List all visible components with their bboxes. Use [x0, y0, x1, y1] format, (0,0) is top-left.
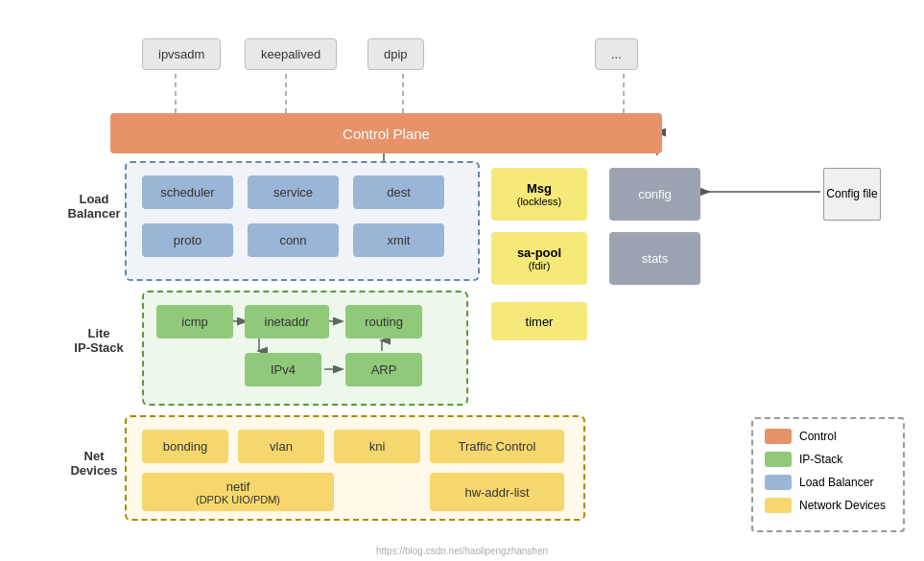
box-conn: conn: [248, 223, 339, 257]
box-routing: routing: [345, 305, 422, 339]
legend-item-netdev: Network Devices: [765, 498, 891, 513]
box-icmp: icmp: [156, 305, 233, 339]
box-msg: Msg (lockless): [491, 168, 587, 221]
box-timer: timer: [491, 302, 587, 340]
box-inetaddr: inetaddr: [245, 305, 329, 339]
box-config: config: [609, 168, 700, 221]
tool-dpip: dpip: [367, 38, 424, 70]
watermark: https://blog.csdn.net/haolipengzhanshen: [376, 546, 548, 556]
legend-color-netdev: [765, 498, 792, 513]
box-sa-pool: sa-pool (fdir): [491, 232, 587, 285]
box-kni: kni: [334, 430, 420, 463]
legend: Control IP-Stack Load Balancer Network D…: [751, 417, 905, 532]
box-hw-addr-list: hw-addr-list: [430, 473, 564, 511]
tool-ellipsis: ...: [595, 38, 638, 70]
load-balancer-label: LoadBalancer: [65, 192, 123, 221]
ip-stack-label: LiteIP-Stack: [65, 326, 132, 355]
box-dest: dest: [353, 175, 444, 209]
diagram: ipvsadm keepalived dpip ... Control Plan…: [0, 0, 924, 561]
legend-color-control: [765, 429, 792, 444]
box-proto: proto: [142, 223, 233, 257]
config-file: Config file: [818, 163, 888, 221]
legend-color-lb: [765, 475, 792, 490]
box-stats: stats: [609, 232, 700, 285]
legend-color-ipstack: [765, 452, 792, 467]
box-ipv4: IPv4: [245, 353, 321, 386]
box-netif: netif (DPDK UIO/PDM): [142, 473, 334, 511]
box-vlan: vlan: [238, 430, 324, 463]
legend-item-ipstack: IP-Stack: [765, 452, 891, 467]
tool-ipvsadm: ipvsadm: [142, 38, 221, 70]
legend-item-control: Control: [765, 429, 891, 444]
box-scheduler: scheduler: [142, 175, 233, 209]
box-xmit: xmit: [353, 223, 444, 257]
box-bonding: bonding: [142, 430, 228, 463]
tool-keepalived: keepalived: [245, 38, 337, 70]
legend-item-lb: Load Balancer: [765, 475, 891, 490]
box-traffic-control: Traffic Control: [430, 430, 564, 463]
box-service: service: [248, 175, 339, 209]
net-devices-label: NetDevices: [65, 449, 123, 478]
box-arp: ARP: [345, 353, 422, 386]
control-plane: Control Plane: [110, 113, 662, 153]
